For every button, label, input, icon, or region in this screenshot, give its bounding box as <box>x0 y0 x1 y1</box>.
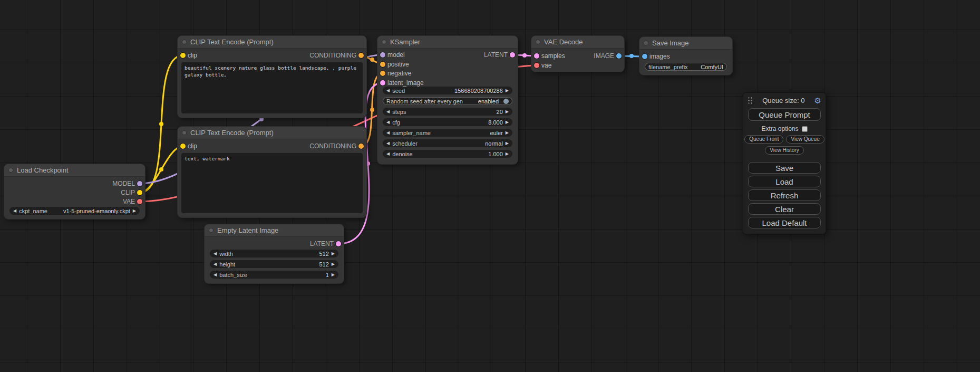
decrement-arrow-icon[interactable]: ◀ <box>386 88 390 93</box>
node-title: KSampler <box>390 38 420 46</box>
input-dot-latent-image[interactable] <box>380 80 385 85</box>
node-clip-text-encode-positive[interactable]: CLIP Text Encode (Prompt) clip CONDITION… <box>178 36 366 118</box>
output-dot-latent[interactable] <box>336 241 341 246</box>
node-title-bar[interactable]: KSampler <box>377 36 518 49</box>
decrement-arrow-icon[interactable]: ◀ <box>386 109 390 114</box>
widget-random-seed-toggle[interactable]: Random seed after every gen enabled <box>383 97 512 105</box>
input-slot-positive: positive <box>377 61 518 68</box>
queue-prompt-button[interactable]: Queue Prompt <box>748 108 821 121</box>
slot-label: latent_image <box>387 79 424 87</box>
node-title-bar[interactable]: Load Checkpoint <box>4 164 145 177</box>
link-midpoint-dot <box>522 53 527 58</box>
save-button[interactable]: Save <box>748 162 821 174</box>
comfy-menu-panel[interactable]: Queue size: 0 ⚙ Queue Prompt Extra optio… <box>743 92 826 234</box>
output-dot-latent[interactable] <box>510 52 515 58</box>
widget-width[interactable]: ◀ width 512 ▶ <box>210 250 338 257</box>
widget-sampler-name[interactable]: ◀ sampler_name euler ▶ <box>383 129 512 137</box>
increment-arrow-icon[interactable]: ▶ <box>506 120 509 125</box>
node-load-checkpoint[interactable]: Load Checkpoint MODEL CLIP VAE ◀ ckpt_na… <box>4 164 145 219</box>
extra-options-checkbox[interactable] <box>802 126 808 132</box>
node-ksampler[interactable]: KSampler model LATENT positive negative … <box>377 36 518 164</box>
widget-filename-prefix[interactable]: filename_prefix ComfyUI <box>645 63 727 71</box>
input-dot-positive[interactable] <box>380 62 385 67</box>
clear-button[interactable]: Clear <box>748 203 821 215</box>
input-dot-images[interactable] <box>642 54 647 59</box>
decrement-arrow-icon[interactable]: ◀ <box>214 272 217 277</box>
prompt-textarea[interactable]: beautiful scenery nature glass bottle la… <box>181 62 363 113</box>
drag-handle-icon[interactable] <box>748 97 753 104</box>
node-graph-canvas[interactable]: Load Checkpoint MODEL CLIP VAE ◀ ckpt_na… <box>0 0 980 372</box>
node-title-bar[interactable]: CLIP Text Encode (Prompt) <box>178 36 366 49</box>
input-slot-latent-image: latent_image <box>377 79 518 87</box>
toggle-on-dot-icon[interactable] <box>503 99 509 104</box>
refresh-button[interactable]: Refresh <box>748 189 821 201</box>
node-status-dot-icon[interactable] <box>182 130 187 135</box>
node-status-dot-icon[interactable] <box>209 228 214 233</box>
node-title-bar[interactable]: Save Image <box>639 37 732 50</box>
node-title-bar[interactable]: Empty Latent Image <box>205 224 344 237</box>
node-title: VAE Decode <box>544 38 583 46</box>
output-slot-latent: LATENT <box>377 51 518 59</box>
widget-seed[interactable]: ◀ seed 156680208700286 ▶ <box>383 87 512 94</box>
widget-scheduler[interactable]: ◀ scheduler normal ▶ <box>383 139 512 147</box>
widget-label: steps <box>392 109 406 115</box>
node-clip-text-encode-negative[interactable]: CLIP Text Encode (Prompt) clip CONDITION… <box>178 127 366 217</box>
widget-ckpt-name[interactable]: ◀ ckpt_name v1-5-pruned-emaonly.ckpt ▶ <box>9 207 140 215</box>
increment-arrow-icon[interactable]: ▶ <box>506 141 509 146</box>
link-midpoint-dot <box>366 161 370 166</box>
node-status-dot-icon[interactable] <box>182 40 187 44</box>
decrement-arrow-icon[interactable]: ◀ <box>13 208 16 213</box>
widget-value: normal <box>485 140 503 147</box>
widget-batch-size[interactable]: ◀ batch_size 1 ▶ <box>210 271 338 279</box>
load-default-button[interactable]: Load Default <box>748 217 821 228</box>
output-dot-vae[interactable] <box>137 199 142 204</box>
widget-denoise[interactable]: ◀ denoise 1.000 ▶ <box>383 150 512 158</box>
widget-height[interactable]: ◀ height 512 ▶ <box>210 260 338 268</box>
output-dot-model[interactable] <box>137 181 142 186</box>
widget-cfg[interactable]: ◀ cfg 8.000 ▶ <box>383 118 512 126</box>
decrement-arrow-icon[interactable]: ◀ <box>386 141 390 146</box>
output-dot-image[interactable] <box>616 53 622 59</box>
decrement-arrow-icon[interactable]: ◀ <box>386 120 390 125</box>
node-status-dot-icon[interactable] <box>644 41 648 45</box>
increment-arrow-icon[interactable]: ▶ <box>506 88 509 93</box>
input-slot-negative: negative <box>377 70 518 77</box>
increment-arrow-icon[interactable]: ▶ <box>506 130 509 135</box>
decrement-arrow-icon[interactable]: ◀ <box>214 262 217 266</box>
output-dot-clip[interactable] <box>137 190 142 195</box>
settings-gear-icon[interactable]: ⚙ <box>814 97 821 104</box>
output-dot-conditioning[interactable] <box>358 144 364 149</box>
increment-arrow-icon[interactable]: ▶ <box>332 262 335 266</box>
node-empty-latent-image[interactable]: Empty Latent Image LATENT ◀ width 512 ▶ … <box>205 224 344 283</box>
node-title-bar[interactable]: VAE Decode <box>531 36 624 49</box>
load-button[interactable]: Load <box>748 176 821 187</box>
queue-front-button[interactable]: Queue Front <box>744 135 783 144</box>
input-dot-negative[interactable] <box>380 71 385 76</box>
input-slot-vae: vae <box>531 62 624 69</box>
widget-steps[interactable]: ◀ steps 20 ▶ <box>383 108 512 116</box>
link-midpoint-dot <box>259 117 264 121</box>
node-status-dot-icon[interactable] <box>536 40 540 44</box>
increment-arrow-icon[interactable]: ▶ <box>332 251 335 256</box>
increment-arrow-icon[interactable]: ▶ <box>506 109 509 114</box>
node-title-bar[interactable]: CLIP Text Encode (Prompt) <box>178 127 366 139</box>
node-save-image[interactable]: Save Image images filename_prefix ComfyU… <box>639 37 732 75</box>
increment-arrow-icon[interactable]: ▶ <box>506 151 509 156</box>
prompt-textarea[interactable]: text, watermark <box>181 153 363 213</box>
widget-value: 1 <box>326 272 329 278</box>
increment-arrow-icon[interactable]: ▶ <box>133 208 136 213</box>
increment-arrow-icon[interactable]: ▶ <box>332 272 335 277</box>
node-status-dot-icon[interactable] <box>382 40 386 44</box>
view-history-button[interactable]: View History <box>765 146 803 155</box>
node-status-dot-icon[interactable] <box>8 168 13 173</box>
slot-label: CONDITIONING <box>309 52 356 59</box>
view-queue-button[interactable]: View Queue <box>786 135 824 144</box>
slot-label: negative <box>387 70 411 77</box>
output-dot-conditioning[interactable] <box>358 53 364 58</box>
decrement-arrow-icon[interactable]: ◀ <box>386 151 390 156</box>
node-vae-decode[interactable]: VAE Decode samples IMAGE vae <box>531 36 624 72</box>
decrement-arrow-icon[interactable]: ◀ <box>386 130 390 135</box>
input-dot-vae[interactable] <box>534 63 539 68</box>
widget-label: filename_prefix <box>648 64 688 70</box>
decrement-arrow-icon[interactable]: ◀ <box>214 251 217 256</box>
